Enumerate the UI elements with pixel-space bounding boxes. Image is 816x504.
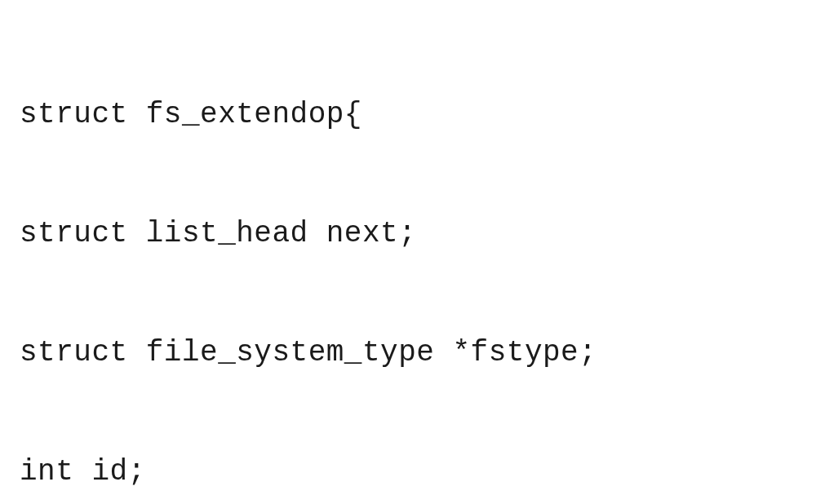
code-line-3: struct file_system_type *fstype; xyxy=(20,334,796,374)
code-block: struct fs_extendop{ struct list_head nex… xyxy=(20,16,796,504)
code-line-2: struct list_head next; xyxy=(20,214,796,254)
code-line-4: int id; xyxy=(20,453,796,493)
code-line-1: struct fs_extendop{ xyxy=(20,95,796,135)
